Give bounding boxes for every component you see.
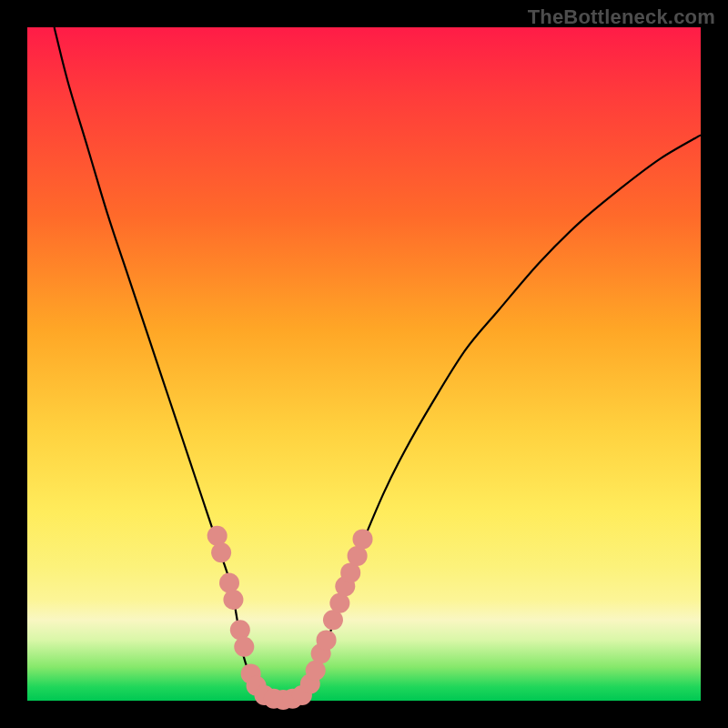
marker-point [207,526,228,546]
chart-canvas: TheBottleneck.com [0,0,728,728]
bottleneck-curve [55,27,701,700]
marker-point [234,637,254,657]
marker-point [219,573,239,593]
marker-point [211,542,231,562]
watermark-text: TheBottleneck.com [528,5,715,29]
marker-point [230,620,250,640]
curve-layer [27,27,701,701]
plot-area [27,27,701,701]
marker-group [207,526,373,710]
marker-point [353,529,373,549]
marker-point [317,630,337,650]
marker-point [223,590,243,610]
